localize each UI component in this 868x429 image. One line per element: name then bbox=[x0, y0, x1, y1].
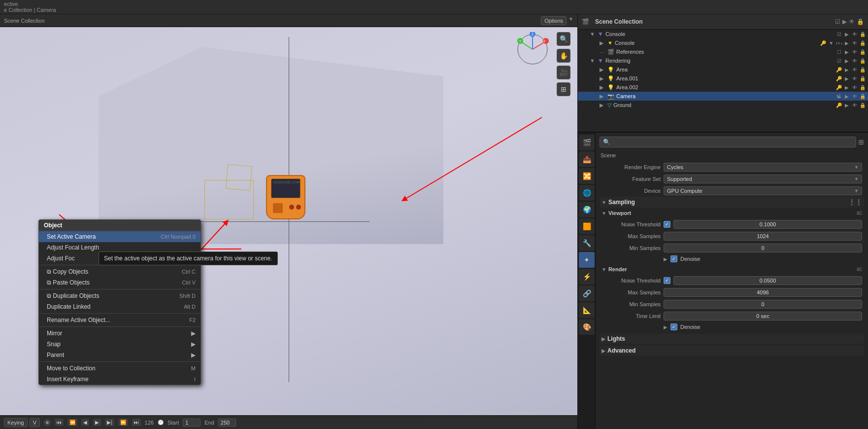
outliner-item-console-collection[interactable]: ▼ ▼ Console ☑ ▶ 👁 🔒 bbox=[578, 30, 868, 38]
outliner-item-references[interactable]: — 🎬 References ☐ ▶ 👁 🔒 bbox=[578, 47, 868, 56]
vis-references[interactable]: ▶ bbox=[843, 48, 850, 55]
context-menu-item-rename[interactable]: Rename Active Object... F2 bbox=[39, 315, 200, 325]
props-tab-render[interactable]: 🎬 bbox=[579, 135, 595, 150]
outliner-item-ground[interactable]: ▶ ▽ Ground 🔑 ▶ 👁 🔒 bbox=[578, 101, 868, 109]
render-engine-dropdown[interactable]: Cycles ▼ bbox=[664, 163, 862, 172]
render-subsection[interactable]: ▼ Render ≡⃝ bbox=[600, 265, 864, 274]
render-max-samples-value[interactable]: 4096 bbox=[664, 288, 862, 297]
outliner-vis-icon[interactable]: 👁 bbox=[849, 18, 855, 25]
context-menu-item-mirror[interactable]: Mirror ▶ bbox=[39, 328, 200, 339]
context-menu-item-insert-keyframe[interactable]: Insert Keyframe I bbox=[39, 374, 200, 385]
outliner-filter-icon[interactable]: ▶ bbox=[842, 18, 847, 25]
lock-ground[interactable]: 🔒 bbox=[859, 102, 866, 108]
context-menu-item-duplicate-linked[interactable]: Duplicate Linked Alt D bbox=[39, 301, 200, 312]
outliner-item-rendering[interactable]: ▼ ▼ Rendering ☑ ▶ 👁 🔒 bbox=[578, 56, 868, 65]
filter-ground[interactable]: 🔑 bbox=[835, 102, 842, 108]
keying-button[interactable]: Keying bbox=[4, 418, 28, 427]
toolbar-hand[interactable]: ✋ bbox=[557, 49, 570, 63]
keying-dropdown[interactable]: V bbox=[30, 418, 40, 427]
advanced-header[interactable]: ▶ Advanced bbox=[600, 346, 864, 356]
vis-area002[interactable]: ▶ bbox=[843, 84, 850, 91]
context-menu-item-set-active-camera[interactable]: Set Active Camera Ctrl Numpad 0 bbox=[39, 231, 200, 242]
render-noise-checkbox[interactable]: ✓ bbox=[664, 277, 670, 284]
time-limit-value[interactable]: 0 sec bbox=[664, 312, 862, 321]
viewport-noise-value[interactable]: 0.1000 bbox=[673, 220, 862, 229]
viewport-subsection[interactable]: ▼ Viewport ≡⃝ bbox=[600, 209, 864, 217]
sampling-dots[interactable]: ⋮⋮ bbox=[848, 198, 862, 206]
props-tab-material[interactable]: 🎨 bbox=[579, 319, 595, 335]
context-menu-item-move-collection[interactable]: Move to Collection M bbox=[39, 363, 200, 374]
filter-console-scene[interactable]: 🔑 bbox=[820, 39, 827, 46]
vis-camera[interactable]: ▶ bbox=[843, 93, 850, 100]
eye-references[interactable]: 👁 bbox=[851, 48, 858, 55]
eye-console-scene[interactable]: ▶ bbox=[843, 39, 850, 46]
render-noise-value[interactable]: 0.0500 bbox=[673, 276, 862, 285]
prev-frame-btn[interactable]: ◀ bbox=[81, 419, 89, 426]
filter-area[interactable]: 🔑 bbox=[835, 66, 842, 73]
render-denoise-checkbox[interactable]: ✓ bbox=[670, 323, 677, 330]
filter-area001[interactable]: 🔑 bbox=[835, 75, 842, 82]
lock-area001[interactable]: 🔒 bbox=[859, 75, 866, 82]
outliner-item-camera[interactable]: ▶ 📷 Camera 📽 ▶ 👁 🔒 bbox=[578, 92, 868, 101]
viewport-min-samples-value[interactable]: 0 bbox=[664, 244, 862, 252]
check-rendering[interactable]: ☑ bbox=[835, 57, 842, 64]
props-tab-object[interactable]: 🟧 bbox=[579, 218, 595, 234]
lock-references[interactable]: 🔒 bbox=[859, 48, 866, 55]
props-tab-modifier[interactable]: 🔧 bbox=[579, 235, 595, 251]
lock-camera[interactable]: 🔒 bbox=[859, 93, 866, 100]
go-start-btn[interactable]: ⏮ bbox=[55, 419, 64, 426]
go-end-btn[interactable]: ⏭ bbox=[132, 419, 141, 426]
props-tab-constraints[interactable]: 🔗 bbox=[579, 286, 595, 301]
props-tab-data[interactable]: 📐 bbox=[579, 302, 595, 318]
sampling-header[interactable]: ▼ Sampling ⋮⋮ bbox=[600, 197, 864, 208]
viewport-noise-checkbox[interactable]: ✓ bbox=[664, 221, 670, 228]
context-menu-item-snap[interactable]: Snap ▶ bbox=[39, 339, 200, 350]
next-keyframe-btn[interactable]: ⏩ bbox=[118, 419, 128, 426]
device-dropdown[interactable]: GPU Compute ▼ bbox=[664, 186, 862, 195]
toolbar-camera[interactable]: 🎥 bbox=[557, 66, 570, 79]
lock-rendering[interactable]: 🔒 bbox=[859, 57, 866, 64]
render-min-samples-value[interactable]: 0 bbox=[664, 300, 862, 309]
vis-icon-console[interactable]: ☑ bbox=[835, 31, 842, 37]
outliner-item-area001[interactable]: ▶ 💡 Area.001 🔑 ▶ 👁 🔒 bbox=[578, 74, 868, 83]
outliner-lock-icon[interactable]: 🔒 bbox=[857, 18, 864, 25]
vis-ground[interactable]: ▶ bbox=[843, 102, 850, 108]
play-btn[interactable]: ▶ bbox=[93, 419, 101, 426]
eye-icon-console[interactable]: ▶ bbox=[843, 31, 850, 37]
eye-area002[interactable]: 👁 bbox=[851, 84, 858, 91]
viewport-list-icon[interactable]: ≡⃝ bbox=[857, 210, 862, 216]
outliner-item-area002[interactable]: ▶ 💡 Area.002 🔑 ▶ 👁 🔒 bbox=[578, 83, 868, 92]
toolbar-grid[interactable]: ⊞ bbox=[557, 82, 570, 96]
context-menu-item-paste[interactable]: ⧉ Paste Objects Ctrl V bbox=[39, 277, 200, 288]
props-tab-output[interactable]: 📤 bbox=[579, 151, 595, 167]
props-search-input[interactable] bbox=[612, 139, 853, 145]
feature-set-dropdown[interactable]: Supported ▼ bbox=[664, 175, 862, 183]
context-menu-item-duplicate[interactable]: ⧉ Duplicate Objects Shift D bbox=[39, 290, 200, 301]
check-references[interactable]: ☐ bbox=[835, 48, 842, 55]
props-tab-physics[interactable]: ⚡ bbox=[579, 269, 595, 285]
props-tab-view-layer[interactable]: 🔀 bbox=[579, 168, 595, 184]
viewport-gizmo[interactable]: X Y Z bbox=[515, 32, 550, 68]
lock-area[interactable]: 🔒 bbox=[859, 66, 866, 73]
props-collapse-icon[interactable]: ⊞ bbox=[858, 138, 864, 146]
outliner-checkbox-icon[interactable]: ☑ bbox=[835, 18, 840, 25]
eye-camera[interactable]: 👁 bbox=[851, 93, 858, 100]
lights-header[interactable]: ▶ Lights bbox=[600, 334, 864, 344]
start-value[interactable] bbox=[183, 419, 200, 427]
filter-camera[interactable]: 📽 bbox=[835, 93, 842, 100]
options-button[interactable]: Options bbox=[541, 16, 567, 25]
props-tab-world[interactable]: 🌍 bbox=[579, 202, 595, 217]
vis-area[interactable]: ▶ bbox=[843, 66, 850, 73]
filter-area002[interactable]: 🔑 bbox=[835, 84, 842, 91]
eye-area[interactable]: 👁 bbox=[851, 66, 858, 73]
props-tab-scene[interactable]: 🌐 bbox=[579, 185, 595, 201]
vis-console-scene[interactable]: 👁 bbox=[851, 39, 858, 46]
eye2-icon-console[interactable]: 👁 bbox=[851, 31, 858, 37]
next-frame-btn[interactable]: ▶| bbox=[105, 419, 114, 426]
eye-rendering[interactable]: 👁 bbox=[851, 57, 858, 64]
eye-area001[interactable]: 👁 bbox=[851, 75, 858, 82]
lock-console-scene[interactable]: 🔒 bbox=[859, 39, 866, 46]
lock-area002[interactable]: 🔒 bbox=[859, 84, 866, 91]
outliner-item-area[interactable]: ▶ 💡 Area 🔑 ▶ 👁 🔒 bbox=[578, 65, 868, 74]
context-menu-item-copy[interactable]: ⧉ Copy Objects Ctrl C bbox=[39, 266, 200, 277]
